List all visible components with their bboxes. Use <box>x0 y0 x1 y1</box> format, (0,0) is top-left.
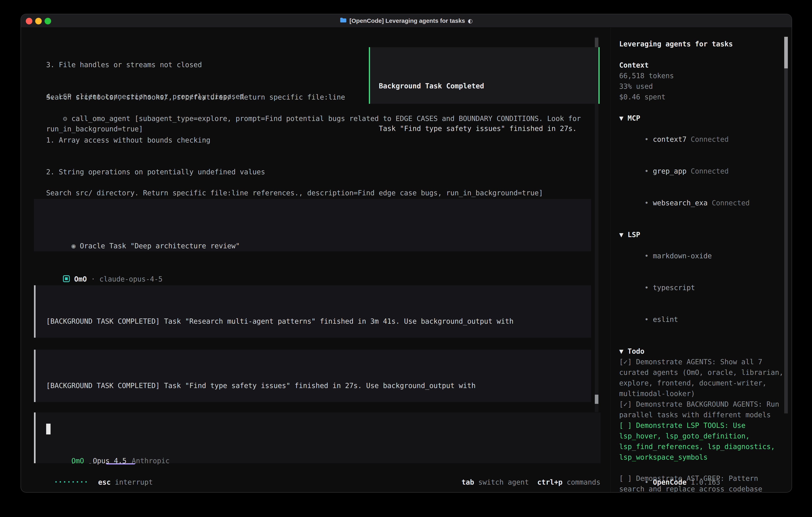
bullet-icon: • <box>644 284 648 292</box>
lsp-name: markdown-oxide <box>653 252 712 260</box>
app-name: OpenCode <box>653 478 687 486</box>
oracle-task-box: ◉Oracle Task "Deep architecture review" … <box>34 199 591 251</box>
mcp-name: websearch_exa <box>653 199 708 207</box>
sidebar: Leveraging agents for tasks Context 66,5… <box>610 28 792 492</box>
half-circle-icon: ◐ <box>468 18 473 24</box>
background-task-message: [BACKGROUND TASK COMPLETED] Task "Find t… <box>34 350 591 402</box>
todo-section-header[interactable]: ▼Todo <box>619 346 784 357</box>
tab-key-label: switch agent <box>478 478 529 486</box>
ctrlp-key-hint: ctrl+p <box>537 478 562 486</box>
app-version-line: •OpenCode1.0.163 <box>619 466 720 492</box>
agent-model: claude-opus-4-5 <box>99 275 163 283</box>
mcp-status: Connected <box>712 199 750 207</box>
traffic-lights <box>26 18 51 24</box>
terminal-window: [OpenCode] Leveraging agents for tasks ◐… <box>21 14 792 492</box>
main-scrollbar-thumb[interactable] <box>595 394 599 404</box>
window-title: [OpenCode] Leveraging agents for tasks <box>349 18 465 24</box>
statusbar-left: ••••••••escinterrupt <box>38 466 153 492</box>
notification-body: Task "Find type safety issues" finished … <box>379 124 599 134</box>
app-version: 1.0.163 <box>691 478 720 486</box>
input-agent-name: OmO <box>71 457 84 465</box>
lsp-item: •eslint <box>619 304 784 335</box>
titlebar: [OpenCode] Leveraging agents for tasks ◐ <box>21 14 792 28</box>
task-message-line: [BACKGROUND TASK COMPLETED] Task "Resear… <box>46 316 591 327</box>
spinner-icon: •••••••• <box>55 480 89 485</box>
context-used: 33% used <box>619 81 784 92</box>
chevron-down-icon: ▼ <box>619 347 624 355</box>
mcp-section-header[interactable]: ▼MCP <box>619 113 784 124</box>
lsp-item: •markdown-oxide <box>619 240 784 272</box>
esc-key-hint: esc <box>98 478 111 486</box>
oracle-task-title-line: ◉Oracle Task "Deep architecture review" <box>46 230 591 262</box>
mcp-item: •websearch_exaConnected <box>619 187 784 219</box>
lsp-item: •typescript <box>619 272 784 304</box>
background-task-notification: Background Task Completed Task "Find typ… <box>369 47 600 104</box>
mcp-status: Connected <box>691 167 729 175</box>
lsp-name: eslint <box>653 316 678 324</box>
bullet-icon: • <box>644 316 648 324</box>
close-window-button[interactable] <box>26 18 32 24</box>
mcp-header-label: MCP <box>628 114 640 122</box>
zoom-window-button[interactable] <box>45 18 51 24</box>
todo-item: [✓] Demonstrate BACKGROUND AGENTS: Run p… <box>619 399 784 420</box>
statusbar-right: tabswitch agentctrl+pcommands <box>445 466 601 492</box>
task-message-line: [BACKGROUND TASK COMPLETED] Task "Find t… <box>46 380 591 391</box>
lsp-header-label: LSP <box>628 231 640 239</box>
mcp-name: grep_app <box>653 167 687 175</box>
oracle-task-title: Oracle Task "Deep architecture review" <box>80 242 240 250</box>
session-title: Leveraging agents for tasks <box>619 39 784 49</box>
input-model-name: Opus 4.5 <box>93 457 127 465</box>
context-tokens: 66,518 tokens <box>619 71 784 81</box>
todo-header-label: Todo <box>628 347 644 355</box>
minimize-window-button[interactable] <box>35 18 42 24</box>
separator-dot: · <box>91 275 95 283</box>
text-cursor <box>46 424 51 434</box>
bullet-icon: • <box>644 199 648 207</box>
window-title-group: [OpenCode] Leveraging agents for tasks ◐ <box>340 18 473 24</box>
input-provider-name: Anthropic <box>132 457 170 465</box>
bullet-icon: • <box>644 252 648 260</box>
lsp-section-header[interactable]: ▼LSP <box>619 229 784 240</box>
agent-checkbox-icon <box>63 275 70 282</box>
bullet-icon: • <box>644 478 648 486</box>
mcp-status: Connected <box>691 135 729 143</box>
chevron-down-icon: ▼ <box>619 114 624 122</box>
background-task-message: [BACKGROUND TASK COMPLETED] Task "Resear… <box>34 285 591 338</box>
agent-name: OmO <box>74 275 87 283</box>
mcp-name: context7 <box>653 135 687 143</box>
chevron-down-icon: ▼ <box>619 231 624 239</box>
esc-key-label: interrupt <box>115 478 153 486</box>
lsp-name: typescript <box>653 284 695 292</box>
todo-item: [✓] Demonstrate AGENTS: Show all 7 curat… <box>619 357 784 399</box>
mcp-item: •context7Connected <box>619 124 784 155</box>
tab-key-hint: tab <box>462 478 474 486</box>
mcp-item: •grep_appConnected <box>619 155 784 187</box>
bullet-icon: • <box>644 167 648 175</box>
bullet-icon: • <box>644 135 648 143</box>
log-line: Search src/ directory. Return specific f… <box>46 188 543 198</box>
log-line: 3. File handles or streams not closed <box>46 60 244 70</box>
notification-title: Background Task Completed <box>379 81 599 91</box>
fisheye-icon: ◉ <box>71 242 76 250</box>
ctrlp-key-label: commands <box>567 478 601 486</box>
todo-item: [ ] Demonstrate LSP TOOLS: Use lsp_hover… <box>619 420 784 463</box>
log-line: 1. Array access without bounds checking <box>46 135 316 145</box>
folder-icon <box>340 18 347 24</box>
log-line: Search src/tools/, src/hooks/, src/featu… <box>46 92 345 103</box>
context-spent: $0.46 spent <box>619 92 784 102</box>
prompt-input[interactable]: OmOOpus 4.5Anthropic <box>34 412 601 463</box>
context-header: Context <box>619 60 784 71</box>
